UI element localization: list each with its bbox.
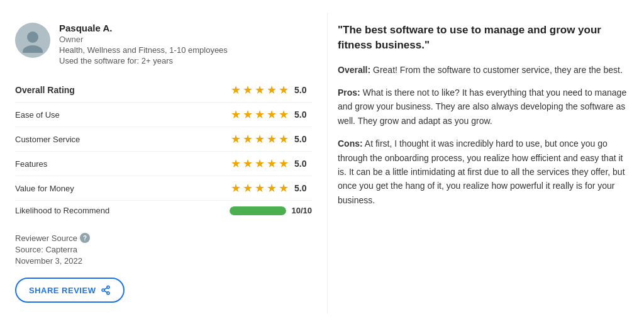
likelihood-bar-bg: [230, 206, 286, 215]
source-name-row: Source: Capterra: [15, 245, 312, 254]
likelihood-container: 10/10: [230, 206, 312, 215]
review-card: Pasquale A. Owner Health, Wellness and F…: [0, 0, 644, 326]
value-stars: ★ ★ ★ ★ ★ 5.0: [231, 181, 312, 195]
overall-section-text: Great! From the software to customer ser…: [373, 65, 623, 75]
customer-service-row: Customer Service ★ ★ ★ ★ ★ 5.0: [15, 126, 312, 151]
svg-line-5: [104, 291, 108, 293]
customer-rating-value: 5.0: [294, 134, 312, 144]
value-rating-value: 5.0: [294, 183, 312, 193]
reviewer-usage: Used the software for: 2+ years: [59, 56, 228, 65]
reviewer-role: Owner: [59, 35, 228, 44]
star-4: ★: [267, 83, 277, 97]
star-2: ★: [243, 83, 253, 97]
source-date: November 3, 2022: [15, 256, 82, 266]
overall-section-label: Overall:: [338, 65, 370, 75]
avatar: [15, 23, 50, 58]
customer-stars: ★ ★ ★ ★ ★ 5.0: [231, 132, 312, 146]
ease-of-use-row: Ease of Use ★ ★ ★ ★ ★ 5.0: [15, 102, 312, 126]
overall-stars: ★ ★ ★ ★ ★ 5.0: [231, 83, 312, 97]
pros-section-text: What is there not to like? It has everyt…: [338, 87, 626, 126]
reviewer-name: Pasquale A.: [59, 23, 228, 33]
ease-rating-value: 5.0: [294, 110, 312, 120]
source-section: Reviewer Source ? Source: Capterra Novem…: [15, 233, 312, 266]
overall-rating-value: 5.0: [294, 85, 312, 95]
likelihood-label: Likelihood to Recommend: [15, 206, 109, 215]
ease-stars: ★ ★ ★ ★ ★ 5.0: [231, 108, 312, 121]
value-for-money-label: Value for Money: [15, 184, 74, 193]
features-rating-value: 5.0: [294, 159, 312, 169]
ratings-section: Overall Rating ★ ★ ★ ★ ★ 5.0 Ease of Use…: [15, 78, 312, 220]
reviewer-details: Pasquale A. Owner Health, Wellness and F…: [59, 23, 228, 65]
pros-section-label: Pros:: [338, 87, 360, 98]
review-pros-section: Pros: What is there not to like? It has …: [338, 86, 629, 128]
right-panel: "The best software to use to manage and …: [327, 13, 644, 313]
svg-line-6: [104, 288, 108, 289]
review-cons-section: Cons: At first, I thought it was incredi…: [338, 137, 629, 207]
source-date-row: November 3, 2022: [15, 256, 312, 266]
svg-point-1: [23, 45, 43, 53]
features-stars: ★ ★ ★ ★ ★ 5.0: [231, 157, 312, 171]
left-panel: Pasquale A. Owner Health, Wellness and F…: [0, 13, 327, 313]
review-quote: "The best software to use to manage and …: [338, 23, 629, 53]
svg-point-0: [27, 31, 38, 43]
reviewer-source-label: Reviewer Source: [15, 233, 77, 243]
source-name: Source: Capterra: [15, 245, 77, 254]
share-review-label: SHARE REVIEW: [29, 286, 96, 295]
review-overall-section: Overall: Great! From the software to cus…: [338, 63, 629, 77]
info-icon[interactable]: ?: [80, 233, 90, 243]
star-5: ★: [279, 83, 289, 97]
reviewer-source-row: Reviewer Source ?: [15, 233, 312, 243]
customer-service-label: Customer Service: [15, 135, 80, 144]
cons-section-label: Cons:: [338, 138, 363, 149]
cons-section-text: At first, I thought it was incredibly ha…: [338, 138, 625, 205]
reviewer-info: Pasquale A. Owner Health, Wellness and F…: [15, 23, 312, 65]
value-for-money-row: Value for Money ★ ★ ★ ★ ★ 5.0: [15, 176, 312, 200]
features-label: Features: [15, 159, 47, 169]
likelihood-value: 10/10: [291, 206, 312, 215]
ease-of-use-label: Ease of Use: [15, 110, 60, 120]
share-review-button[interactable]: SHARE REVIEW: [15, 278, 125, 303]
reviewer-company: Health, Wellness and Fitness, 1-10 emplo…: [59, 45, 228, 55]
share-icon: [101, 285, 111, 295]
star-1: ★: [231, 83, 241, 97]
star-3: ★: [255, 83, 265, 97]
overall-rating-label: Overall Rating: [15, 85, 75, 95]
overall-rating-row: Overall Rating ★ ★ ★ ★ ★ 5.0: [15, 78, 312, 102]
likelihood-bar-fill: [230, 206, 286, 215]
likelihood-row: Likelihood to Recommend 10/10: [15, 200, 312, 220]
features-row: Features ★ ★ ★ ★ ★ 5.0: [15, 151, 312, 176]
